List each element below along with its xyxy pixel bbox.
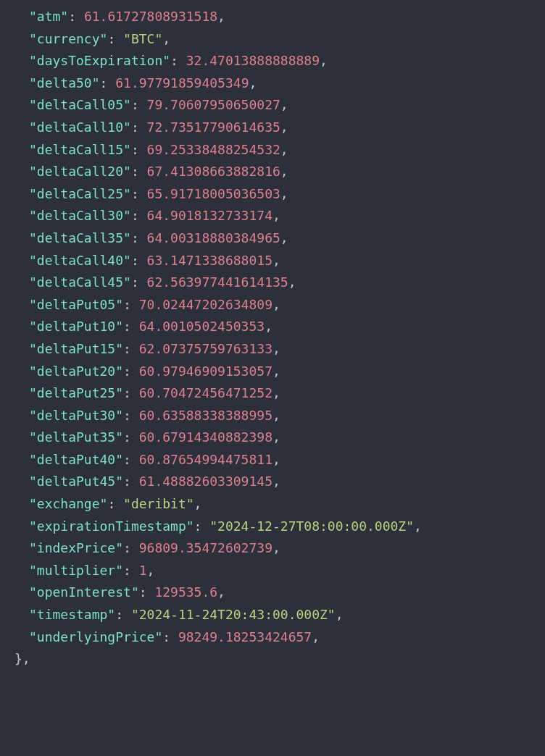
colon: : (131, 119, 147, 135)
json-entry: "deltaPut25": 60.70472456471252, (29, 382, 545, 405)
json-key: "deltaCall30" (29, 208, 131, 223)
json-key: "currency" (29, 31, 107, 46)
json-key: "openInterest" (29, 584, 139, 600)
comma: , (217, 584, 225, 600)
json-number: 60.97946909153057 (139, 364, 272, 379)
comma: , (280, 97, 288, 112)
json-key: "deltaPut15" (29, 341, 123, 356)
comma: , (265, 319, 272, 334)
json-key: "deltaCall10" (29, 119, 131, 135)
json-entry: "indexPrice": 96809.35472602739, (29, 537, 545, 560)
colon: : (123, 474, 139, 489)
json-key: "deltaPut05" (29, 297, 123, 312)
colon: : (107, 31, 123, 46)
json-entry: "currency": "BTC", (29, 28, 545, 51)
colon: : (131, 274, 147, 290)
json-number: 63.1471338688015 (147, 253, 272, 268)
json-number: 64.0010502450353 (139, 319, 265, 334)
colon: : (131, 142, 147, 157)
json-number: 60.67914340882398 (139, 429, 272, 445)
json-entry: "deltaCall30": 64.9018132733174, (29, 205, 545, 227)
json-key: "multiplier" (29, 563, 123, 578)
comma: , (194, 496, 202, 511)
closing-brace: }, (14, 651, 30, 666)
json-entry: "deltaCall20": 67.41308663882816, (29, 161, 545, 183)
comma: , (272, 208, 280, 223)
colon: : (131, 208, 147, 223)
json-entry: "atm": 61.61727808931518, (29, 6, 545, 28)
json-number: 1 (139, 563, 147, 578)
json-number: 67.41308663882816 (147, 164, 280, 179)
json-key: "underlyingPrice" (29, 629, 162, 644)
colon: : (131, 97, 147, 112)
colon: : (131, 186, 147, 201)
json-entry: "delta50": 61.97791859405349, (29, 72, 545, 95)
json-number: 32.47013888888889 (186, 53, 320, 68)
json-key: "deltaPut40" (29, 452, 123, 467)
json-entry: "deltaPut10": 64.0010502450353, (29, 316, 545, 338)
colon: : (123, 540, 139, 555)
colon: : (100, 75, 116, 91)
colon: : (194, 518, 210, 534)
json-code-block: "atm": 61.61727808931518,"currency": "BT… (0, 0, 545, 676)
comma: , (280, 119, 288, 135)
json-number: 62.07375759763133 (139, 341, 272, 356)
json-key: "daysToExpiration" (29, 53, 170, 68)
comma: , (272, 364, 280, 379)
json-number: 60.63588338388995 (139, 408, 272, 423)
json-entry: "deltaCall35": 64.00318880384965, (29, 227, 545, 250)
comma: , (249, 75, 257, 91)
json-key: "deltaCall35" (29, 230, 131, 245)
json-key: "deltaCall20" (29, 164, 131, 179)
json-key: "expirationTimestamp" (29, 518, 194, 534)
json-number: 60.87654994475811 (139, 452, 272, 467)
colon: : (123, 319, 139, 334)
colon: : (107, 496, 123, 511)
colon: : (139, 584, 155, 600)
json-key: "indexPrice" (29, 540, 123, 555)
colon: : (123, 452, 139, 467)
comma: , (147, 563, 155, 578)
json-entry: "deltaPut45": 61.48882603309145, (29, 471, 545, 493)
comma: , (414, 518, 422, 534)
json-entry: "deltaCall10": 72.73517790614635, (29, 117, 545, 139)
comma: , (272, 452, 280, 467)
colon: : (123, 297, 139, 312)
json-number: 64.9018132733174 (147, 208, 272, 223)
json-string: "2024-12-27T08:00:00.000Z" (209, 518, 414, 534)
comma: , (320, 53, 328, 68)
json-key: "deltaPut30" (29, 408, 123, 423)
comma: , (280, 164, 288, 179)
json-number: 79.70607950650027 (147, 97, 280, 112)
comma: , (312, 629, 320, 644)
json-closing: }, (14, 648, 545, 671)
comma: , (272, 253, 280, 268)
json-key: "atm" (29, 9, 68, 24)
json-number: 61.97791859405349 (115, 75, 249, 91)
json-number: 98249.18253424657 (178, 629, 312, 644)
comma: , (272, 474, 280, 489)
json-entry: "daysToExpiration": 32.47013888888889, (29, 50, 545, 72)
json-number: 96809.35472602739 (139, 540, 272, 555)
colon: : (123, 385, 139, 400)
json-entry: "deltaPut30": 60.63588338388995, (29, 405, 545, 427)
colon: : (115, 607, 131, 622)
json-number: 61.48882603309145 (139, 474, 272, 489)
json-key: "deltaPut25" (29, 385, 123, 400)
json-key: "deltaCall05" (29, 97, 131, 112)
json-number: 65.91718005036503 (147, 186, 280, 201)
json-number: 72.73517790614635 (147, 119, 280, 135)
json-entry: "expirationTimestamp": "2024-12-27T08:00… (29, 516, 545, 538)
json-number: 62.563977441614135 (147, 274, 288, 290)
comma: , (272, 385, 280, 400)
json-entry: "deltaPut15": 62.07375759763133, (29, 338, 545, 361)
json-entry: "deltaPut40": 60.87654994475811, (29, 449, 545, 471)
json-number: 70.02447202634809 (139, 297, 272, 312)
json-number: 64.00318880384965 (147, 230, 280, 245)
colon: : (162, 629, 178, 644)
json-number: 60.70472456471252 (139, 385, 272, 400)
comma: , (272, 540, 280, 555)
comma: , (280, 186, 288, 201)
comma: , (280, 142, 288, 157)
json-number: 129535.6 (154, 584, 217, 600)
